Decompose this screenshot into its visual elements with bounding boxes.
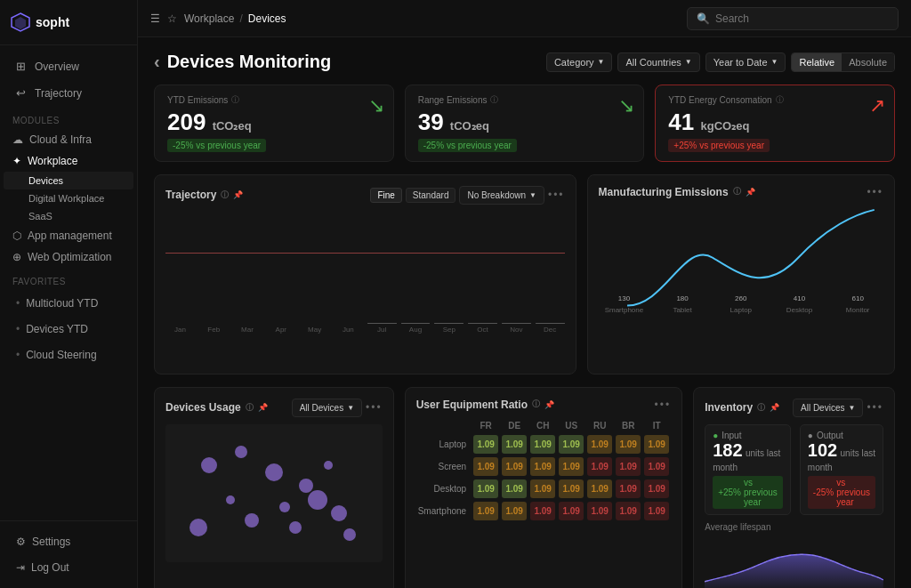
relative-toggle[interactable]: Relative: [792, 53, 842, 71]
trajectory-bar-chart: JanFebMarAprMayJunJulAugSepOctNovDec: [165, 212, 565, 350]
search-bar[interactable]: 🔍: [687, 7, 899, 30]
ratio-cell: 1.09: [500, 455, 528, 478]
sidebar-toggle-icon[interactable]: ☰: [150, 12, 160, 25]
ratio-cell: 1.09: [472, 433, 500, 455]
inventory-header: Inventory ⓘ 📌 All Devices ▼ •••: [705, 399, 883, 417]
sidebar-item-web-optimization[interactable]: ⊕ Web Optimization: [0, 246, 137, 268]
devices-usage-card: Devices Usage ⓘ 📌 All Devices ▼ •••: [154, 387, 394, 588]
breakdown-dropdown[interactable]: No Breakdown ▼: [459, 186, 544, 205]
mfg-more-icon[interactable]: •••: [867, 186, 883, 198]
sidebar-item-digital-workplace[interactable]: Digital Workplace: [0, 189, 137, 207]
sidebar-item-devices[interactable]: Devices: [4, 172, 133, 189]
ratio-cell: 1.09: [557, 478, 585, 500]
ratio-cell: 1.09: [585, 500, 614, 522]
ratio-cell: 1.09: [472, 455, 500, 478]
inventory-output-box: ● Output 102 units last month -25% vs pr…: [800, 424, 883, 515]
trajectory-chart-header: Trajectory ⓘ 📌 Fine Standard No Breakdow…: [165, 186, 565, 205]
output-dot: ●: [808, 431, 813, 440]
inventory-input-label: ● Input: [713, 431, 783, 440]
standard-btn[interactable]: Standard: [406, 188, 456, 203]
ratio-row-label: Screen: [416, 455, 472, 478]
sidebar-item-saas[interactable]: SaaS: [0, 207, 137, 225]
info-icon-energy: ⓘ: [776, 94, 784, 106]
breadcrumb-workplace[interactable]: Workplace: [184, 12, 234, 25]
app-icon: ⬡: [12, 230, 21, 242]
metric-range-emissions-unit: tCO₂eq: [450, 119, 489, 133]
fine-btn[interactable]: Fine: [370, 188, 401, 203]
table-row: Screen1.091.091.091.091.091.091.09: [416, 455, 671, 478]
bar-label: May: [308, 326, 321, 334]
trajectory-more-icon[interactable]: •••: [548, 189, 565, 201]
countries-filter[interactable]: All Countries ▼: [617, 52, 699, 72]
manufacturing-chart-area: 130Smartphone180Tablet260Laptop410Deskto…: [599, 205, 883, 343]
mfg-bar-Tablet: 180Tablet: [657, 294, 708, 314]
mfg-bar-Laptop: 260Laptop: [715, 294, 767, 314]
sidebar-item-app-management[interactable]: ⬡ App management: [0, 225, 137, 246]
period-filter-label: Year to Date: [713, 57, 768, 68]
inventory-output-label: ● Output: [808, 431, 875, 440]
ratio-cell: 1.09: [614, 433, 642, 455]
inv-more-icon[interactable]: •••: [867, 401, 883, 414]
sidebar-item-devices-ytd[interactable]: • Devices YTD: [4, 317, 133, 342]
scatter-dot-7: [245, 513, 259, 528]
bottom-row: Devices Usage ⓘ 📌 All Devices ▼ •••: [154, 387, 895, 588]
mfg-info-icon: ⓘ: [733, 186, 741, 197]
ratio-cell: 1.09: [642, 500, 671, 522]
mfg-bar-label: Tablet: [673, 306, 691, 314]
cloud-icon: ☁: [12, 133, 23, 146]
sidebar-item-settings[interactable]: ⚙ Settings: [4, 529, 133, 554]
sidebar-item-overview[interactable]: ⊞ Overview: [4, 53, 133, 79]
back-arrow-icon[interactable]: ‹: [154, 52, 160, 72]
metric-ytd-emissions-value: 209 tCO₂eq: [167, 109, 381, 135]
inventory-dropdown[interactable]: All Devices ▼: [793, 399, 863, 417]
sidebar-bottom: ⚙ Settings ⇥ Log Out: [0, 520, 137, 588]
star-icon[interactable]: ☆: [167, 12, 177, 25]
svg-marker-1: [15, 17, 26, 29]
search-input[interactable]: [715, 12, 889, 25]
sidebar-item-cloud-infra[interactable]: ☁ Cloud & Infra: [0, 129, 137, 150]
sidebar-item-logout[interactable]: ⇥ Log Out: [4, 555, 133, 580]
ratio-cell: 1.09: [614, 455, 642, 478]
trajectory-chart-area: JanFebMarAprMayJunJulAugSepOctNovDec: [165, 212, 565, 363]
ratio-cell: 1.09: [642, 433, 671, 455]
sidebar-item-workplace[interactable]: ✦ Workplace: [0, 150, 137, 172]
inventory-output-badge: -25% vs previous year: [808, 476, 875, 509]
ratio-cell: 1.09: [500, 478, 528, 500]
bar-label: Dec: [544, 326, 556, 334]
metric-range-emissions-value: 39 tCO₂eq: [418, 109, 632, 135]
sidebar-item-cloud-steering[interactable]: • Cloud Steering: [4, 342, 133, 367]
table-row: Desktop1.091.091.091.091.091.091.09: [416, 478, 671, 500]
ratio-cell: 1.09: [528, 433, 557, 455]
breadcrumb: Workplace / Devices: [184, 12, 286, 25]
bar-label: Jun: [343, 326, 354, 334]
bar-segment: [434, 323, 464, 324]
ratio-cell: 1.09: [500, 433, 528, 455]
ratio-cell: 1.09: [528, 500, 557, 522]
ratio-cell: 1.09: [528, 455, 557, 478]
logo-text: sopht: [36, 15, 69, 29]
scatter-dot-10: [189, 519, 207, 536]
inventory-card: Inventory ⓘ 📌 All Devices ▼ •••: [693, 387, 895, 588]
ratio-cell: 1.09: [472, 478, 500, 500]
devices-dropdown[interactable]: All Devices ▼: [292, 399, 362, 417]
trajectory-bar-Oct: Oct: [468, 323, 497, 334]
sidebar-item-multicloud-ytd[interactable]: • Multicloud YTD: [4, 291, 133, 316]
absolute-toggle[interactable]: Absolute: [842, 53, 894, 71]
sidebar-item-trajectory[interactable]: ↩ Trajectory: [4, 80, 133, 106]
scatter-area: [165, 424, 383, 562]
category-filter-label: Category: [554, 57, 594, 68]
ratio-col-BR: BR: [614, 418, 642, 433]
metric-ytd-emissions-label: YTD Emissions ⓘ: [167, 94, 381, 106]
scatter-dot-5: [308, 490, 327, 510]
category-filter[interactable]: Category ▼: [546, 52, 613, 72]
ue-more-icon[interactable]: •••: [655, 399, 672, 411]
du-more-icon[interactable]: •••: [366, 401, 383, 414]
ratio-cell: 1.09: [557, 455, 585, 478]
mfg-bar-label: Smartphone: [605, 306, 644, 314]
inventory-input-badge: +25% vs previous year: [713, 476, 783, 509]
bar-label: Jul: [377, 326, 386, 334]
period-filter[interactable]: Year to Date ▼: [705, 52, 786, 72]
ratio-col-CH: CH: [528, 418, 557, 433]
modules-label: Modules: [0, 107, 137, 129]
trajectory-bar-May: May: [300, 324, 329, 334]
